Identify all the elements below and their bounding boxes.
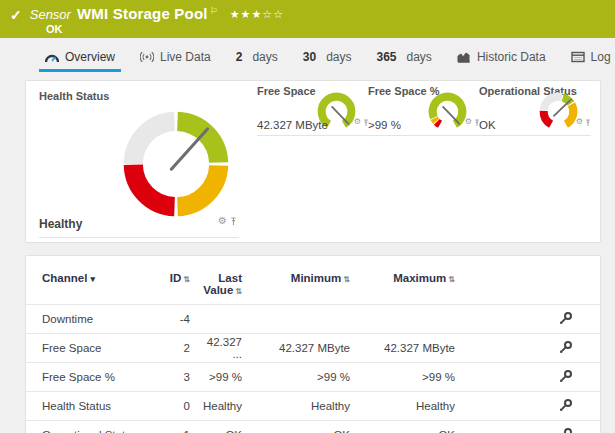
- channel-name: Operational Status: [26, 421, 146, 433]
- sensor-kicker: Sensor: [30, 7, 71, 22]
- tab-label: Live Data: [160, 50, 211, 64]
- health-status-gauge-block: Health Status Healthy ⚙: [39, 87, 239, 238]
- channel-minimum: [246, 305, 354, 334]
- tab-overview[interactable]: Overview: [45, 42, 115, 72]
- gauge-value: >99 %: [368, 119, 401, 131]
- sort-icon: ⇅: [183, 275, 190, 284]
- gauge-icon: [45, 51, 59, 63]
- tab-log[interactable]: Log: [571, 42, 611, 72]
- gauge-title: Free Space: [257, 85, 316, 97]
- edit-channel-icon[interactable]: [559, 369, 573, 383]
- sensor-header: ✓ Sensor WMI Storage Pool ⚐ ★★★☆☆ OK: [0, 0, 615, 38]
- tab-30-days[interactable]: 30 days: [303, 42, 352, 72]
- table-row: Free Space % 3 >99 % >99 % >99 %: [26, 363, 600, 392]
- tab-2-days[interactable]: 2 days: [236, 42, 278, 72]
- tab-number: 30: [303, 50, 316, 64]
- tab-label: days: [252, 50, 277, 64]
- column-header-last-value[interactable]: Last Value⇅: [194, 272, 246, 305]
- flag-icon[interactable]: ⚐: [210, 6, 218, 16]
- table-row: Operational Status 1 OK OK OK: [26, 421, 600, 433]
- column-header-channel[interactable]: Channel▾: [26, 272, 146, 305]
- channel-minimum: OK: [246, 421, 354, 433]
- free-space-gauge-block: Free Space 42.327 MByte ⚙: [257, 83, 369, 136]
- channel-minimum: 42.327 MByte: [246, 334, 354, 363]
- edit-channel-icon[interactable]: [559, 311, 573, 325]
- table-row: Free Space 2 42.327 ... 42.327 MByte 42.…: [26, 334, 600, 363]
- pin-icon[interactable]: [585, 113, 591, 131]
- gauge-settings-gear-icon[interactable]: ⚙: [218, 216, 227, 226]
- tab-label: Overview: [65, 50, 115, 64]
- channel-last-value: Healthy: [194, 392, 246, 421]
- tab-number: 2: [236, 50, 243, 64]
- column-header-maximum[interactable]: Maximum⇅: [354, 272, 459, 305]
- channel-id: -4: [146, 305, 194, 334]
- table-row: Health Status 0 Healthy Healthy Healthy: [26, 392, 600, 421]
- gauge-settings-gear-icon[interactable]: ⚙: [354, 118, 361, 126]
- sort-icon: ⇅: [343, 275, 350, 284]
- sort-icon: ⇅: [235, 287, 242, 296]
- channel-maximum: 42.327 MByte: [354, 334, 459, 363]
- tab-label: Log: [591, 50, 611, 64]
- bar-chart-icon: [457, 51, 471, 63]
- channel-minimum: >99 %: [246, 363, 354, 392]
- edit-channel-icon[interactable]: [559, 427, 573, 433]
- tab-label: days: [326, 50, 351, 64]
- channels-table: Channel▾ ID⇅ Last Value⇅ Minimum⇅ Maximu…: [26, 272, 600, 433]
- channel-minimum: Healthy: [246, 392, 354, 421]
- channels-table-panel: Channel▾ ID⇅ Last Value⇅ Minimum⇅ Maximu…: [25, 255, 601, 433]
- channel-id: 3: [146, 363, 194, 392]
- log-icon: [571, 51, 585, 63]
- gauge-settings-gear-icon[interactable]: ⚙: [465, 118, 472, 126]
- channel-maximum: Healthy: [354, 392, 459, 421]
- channel-name: Free Space %: [26, 363, 146, 392]
- edit-channel-icon[interactable]: [559, 340, 573, 354]
- channel-name: Downtime: [26, 305, 146, 334]
- broadcast-icon: [140, 51, 154, 63]
- column-header-id[interactable]: ID⇅: [146, 272, 194, 305]
- channel-last-value: OK: [194, 421, 246, 433]
- gauge-title: Health Status: [39, 90, 109, 102]
- dropdown-arrow-icon: ▾: [90, 274, 95, 284]
- edit-channel-icon[interactable]: [559, 398, 573, 412]
- channel-name: Health Status: [26, 392, 146, 421]
- channel-last-value: [194, 305, 246, 334]
- priority-stars[interactable]: ★★★☆☆: [230, 8, 284, 21]
- gauge-settings-gear-icon[interactable]: ⚙: [576, 118, 583, 126]
- tab-bar: Overview Live Data 2 days 30 days 365 da…: [0, 42, 615, 72]
- tab-label: Historic Data: [477, 50, 546, 64]
- free-space-pct-gauge[interactable]: [425, 89, 470, 134]
- channel-name: Free Space: [26, 334, 146, 363]
- channel-id: 2: [146, 334, 194, 363]
- free-space-pct-gauge-block: Free Space % >99 % ⚙: [368, 83, 480, 136]
- operational-status-gauge-block: Operational Status OK ⚙: [479, 83, 591, 136]
- channel-maximum: OK: [354, 421, 459, 433]
- gauge-value: 42.327 MByte: [257, 119, 328, 131]
- sensor-status-text: OK: [46, 23, 605, 35]
- gauge-value: Healthy: [39, 217, 82, 231]
- page-title: WMI Storage Pool: [77, 5, 208, 22]
- channel-last-value: 42.327 ...: [194, 334, 246, 363]
- table-row: Downtime -4: [26, 305, 600, 334]
- channel-id: 1: [146, 421, 194, 433]
- tab-label: days: [407, 50, 432, 64]
- pin-icon[interactable]: [230, 212, 237, 230]
- overview-gauges-panel: Health Status Healthy ⚙ Free Space 42.32…: [25, 80, 601, 243]
- tab-number: 365: [376, 50, 396, 64]
- channel-maximum: >99 %: [354, 363, 459, 392]
- channel-last-value: >99 %: [194, 363, 246, 392]
- channel-id: 0: [146, 392, 194, 421]
- health-status-gauge[interactable]: [115, 103, 237, 225]
- tab-historic-data[interactable]: Historic Data: [457, 42, 546, 72]
- operational-status-gauge[interactable]: [536, 89, 581, 134]
- gauge-value: OK: [479, 119, 496, 131]
- channel-maximum: [354, 305, 459, 334]
- sort-icon: ⇅: [448, 275, 455, 284]
- tab-live-data[interactable]: Live Data: [140, 42, 211, 72]
- tab-365-days[interactable]: 365 days: [376, 42, 431, 72]
- status-ok-check-icon: ✓: [10, 7, 22, 23]
- table-header-row: Channel▾ ID⇅ Last Value⇅ Minimum⇅ Maximu…: [26, 272, 600, 305]
- column-header-minimum[interactable]: Minimum⇅: [246, 272, 354, 305]
